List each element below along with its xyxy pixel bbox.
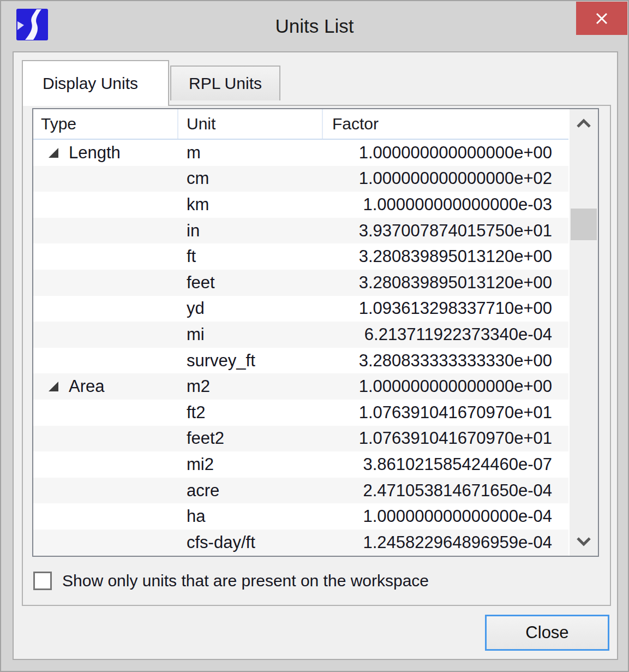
type-cell — [33, 270, 178, 296]
table-row[interactable]: Length m 1.000000000000000e+00 — [33, 140, 568, 166]
column-header-type[interactable]: Type — [33, 109, 178, 139]
units-list-dialog: Units List Display Units RPL Units Type — [0, 0, 629, 672]
table-row[interactable]: cfs-day/ft 1.245822964896959e-04 — [33, 530, 568, 556]
scroll-up-button[interactable] — [570, 110, 598, 136]
workspace-filter-row: Show only units that are present on the … — [33, 570, 429, 592]
table-row[interactable]: feet2 1.076391041670970e+01 — [33, 426, 568, 452]
type-cell — [33, 192, 178, 218]
type-cell — [33, 530, 178, 556]
unit-cell: yd — [178, 296, 323, 322]
table-row[interactable]: mi 6.213711922373340e-04 — [33, 322, 568, 348]
tab-rpl-units[interactable]: RPL Units — [170, 66, 280, 100]
factor-cell: 3.280839895013120e+00 — [323, 243, 568, 270]
factor-cell: 1.000000000000000e+00 — [323, 140, 568, 166]
type-cell: Area — [33, 373, 178, 400]
column-header-unit-label: Unit — [187, 115, 215, 133]
factor-cell: 2.471053814671650e-04 — [323, 478, 568, 504]
expanded-triangle-icon[interactable] — [47, 380, 59, 393]
column-header-factor[interactable]: Factor — [323, 109, 568, 139]
scrollbar-thumb[interactable] — [571, 209, 597, 240]
table-row[interactable]: acre 2.471053814671650e-04 — [33, 478, 568, 504]
scroll-down-button[interactable] — [570, 528, 598, 555]
table-row[interactable]: survey_ft 3.280833333333330e+00 — [33, 348, 568, 374]
type-group-label: Length — [69, 143, 121, 163]
factor-cell: 1.076391041670970e+01 — [323, 426, 568, 452]
column-header-factor-label: Factor — [332, 115, 379, 133]
table-row[interactable]: mi2 3.861021585424460e-07 — [33, 451, 568, 478]
unit-cell: m — [178, 140, 323, 166]
unit-cell: mi — [178, 322, 323, 348]
factor-cell: 1.076391041670970e+01 — [323, 400, 568, 426]
table-row[interactable]: Area m2 1.000000000000000e+00 — [33, 373, 568, 400]
unit-cell: feet2 — [178, 426, 323, 452]
factor-cell: 1.000000000000000e-03 — [323, 192, 568, 218]
workspace-filter-label: Show only units that are present on the … — [62, 572, 429, 590]
table-row[interactable]: ft 3.280839895013120e+00 — [33, 243, 568, 270]
table-row[interactable]: cm 1.000000000000000e+02 — [33, 166, 568, 192]
type-cell — [33, 296, 178, 322]
factor-cell: 3.280839895013120e+00 — [323, 270, 568, 296]
type-group-label: Area — [69, 377, 104, 396]
unit-cell: survey_ft — [178, 348, 323, 374]
workspace-filter-checkbox[interactable] — [33, 572, 52, 590]
title-bar[interactable]: Units List — [1, 1, 628, 51]
column-header-type-label: Type — [41, 115, 76, 133]
factor-cell: 6.213711922373340e-04 — [323, 322, 568, 348]
factor-cell: 1.245822964896959e-04 — [323, 530, 568, 556]
titlebar-close-button[interactable] — [576, 2, 627, 35]
chevron-down-icon — [576, 537, 592, 546]
unit-cell: ft2 — [178, 400, 323, 426]
factor-cell: 3.861021585424460e-07 — [323, 451, 568, 478]
table-row[interactable]: feet 3.280839895013120e+00 — [33, 270, 568, 296]
close-button[interactable]: Close — [485, 615, 609, 651]
unit-cell: km — [178, 192, 323, 218]
factor-cell: 1.000000000000000e+02 — [323, 166, 568, 192]
table-row[interactable]: in 3.937007874015750e+01 — [33, 218, 568, 244]
factor-cell: 3.937007874015750e+01 — [323, 218, 568, 244]
tab-display-units-label: Display Units — [43, 74, 138, 93]
unit-cell: in — [178, 218, 323, 244]
type-cell — [33, 218, 178, 244]
vertical-scrollbar[interactable] — [570, 109, 598, 556]
unit-cell: m2 — [178, 373, 323, 400]
unit-cell: feet — [178, 270, 323, 296]
unit-cell: ft — [178, 243, 323, 270]
tab-rpl-units-label: RPL Units — [189, 74, 262, 93]
close-button-label: Close — [525, 623, 568, 643]
type-cell — [33, 503, 178, 530]
column-header-unit[interactable]: Unit — [178, 109, 323, 139]
unit-cell: acre — [178, 478, 323, 504]
units-table: Type Unit Factor Length m 1.000000000000… — [32, 108, 599, 557]
type-cell — [33, 166, 178, 192]
type-cell — [33, 243, 178, 270]
dialog-body-panel: Display Units RPL Units Type Unit Factor — [13, 51, 618, 660]
table-row[interactable]: yd 1.093613298337710e+00 — [33, 296, 568, 322]
unit-cell: mi2 — [178, 451, 323, 478]
factor-cell: 1.000000000000000e+00 — [323, 373, 568, 400]
unit-cell: cm — [178, 166, 323, 192]
table-row[interactable]: ft2 1.076391041670970e+01 — [33, 400, 568, 426]
display-units-pane: Type Unit Factor Length m 1.000000000000… — [22, 105, 611, 606]
factor-cell: 3.280833333333330e+00 — [323, 348, 568, 374]
type-cell: Length — [33, 140, 178, 166]
factor-cell: 1.093613298337710e+00 — [323, 296, 568, 322]
factor-cell: 1.000000000000000e-04 — [323, 503, 568, 530]
table-body: Length m 1.000000000000000e+00 cm 1.0000… — [33, 140, 568, 556]
window-title: Units List — [1, 1, 628, 51]
x-cross-icon — [595, 11, 609, 26]
type-cell — [33, 322, 178, 348]
table-row[interactable]: km 1.000000000000000e-03 — [33, 192, 568, 218]
chevron-up-icon — [576, 118, 592, 128]
type-cell — [33, 348, 178, 374]
tab-display-units[interactable]: Display Units — [22, 60, 169, 106]
table-row[interactable]: ha 1.000000000000000e-04 — [33, 503, 568, 530]
unit-cell: cfs-day/ft — [178, 530, 323, 556]
type-cell — [33, 478, 178, 504]
type-cell — [33, 400, 178, 426]
table-header: Type Unit Factor — [33, 109, 568, 140]
unit-cell: ha — [178, 503, 323, 530]
expanded-triangle-icon[interactable] — [47, 147, 59, 159]
type-cell — [33, 451, 178, 478]
type-cell — [33, 426, 178, 452]
